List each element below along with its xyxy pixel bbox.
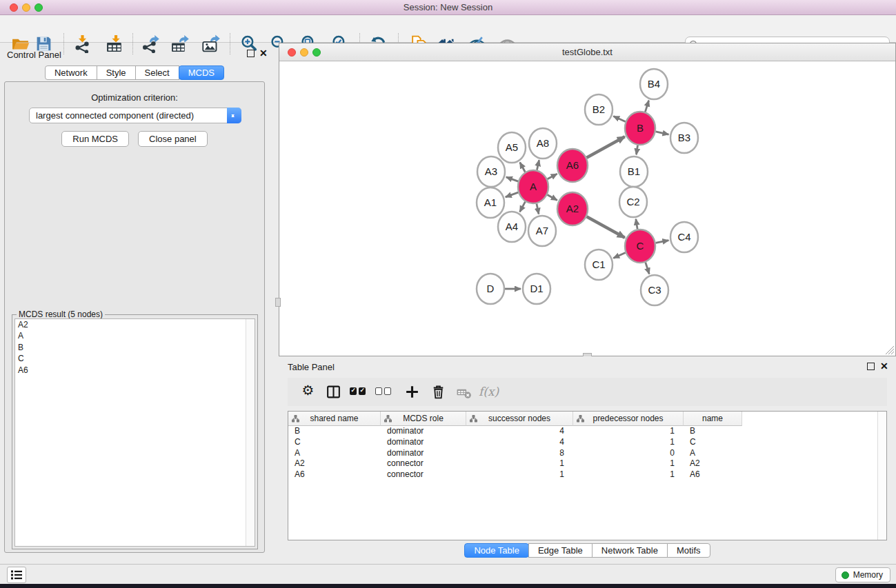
- graph-node-A1[interactable]: A1: [477, 187, 504, 218]
- splitter-handle-vertical[interactable]: [275, 298, 281, 307]
- table-float-panel-icon[interactable]: [867, 363, 875, 370]
- resize-grip-icon[interactable]: [885, 345, 895, 355]
- tab-select[interactable]: Select: [135, 65, 179, 80]
- cell[interactable]: dominator: [381, 437, 466, 448]
- mcds-result-list[interactable]: A2ABCA6: [14, 318, 255, 547]
- graph-node-C3[interactable]: C3: [641, 275, 668, 305]
- graph-node-B3[interactable]: B3: [670, 123, 698, 153]
- graph-edge-B-B1[interactable]: [637, 145, 638, 155]
- cell[interactable]: A2: [288, 458, 381, 469]
- float-panel-icon[interactable]: [247, 50, 255, 57]
- column-header-successor-nodes[interactable]: successor nodes: [466, 412, 573, 426]
- cell[interactable]: 1: [573, 437, 684, 448]
- result-item-a6[interactable]: A6: [15, 365, 255, 376]
- cell[interactable]: B: [288, 426, 381, 437]
- cell[interactable]: 1: [573, 469, 684, 480]
- graph-edge-A-A6[interactable]: [548, 174, 557, 179]
- graph-edge-A-A5[interactable]: [520, 163, 526, 172]
- cell[interactable]: 4: [466, 426, 573, 437]
- tab-network[interactable]: Network: [45, 65, 97, 80]
- cell[interactable]: 1: [573, 458, 684, 469]
- result-item-b[interactable]: B: [15, 342, 255, 353]
- graph-edge-A2-C[interactable]: [587, 216, 625, 237]
- cell[interactable]: B: [684, 426, 742, 437]
- cell[interactable]: 1: [466, 458, 573, 469]
- table-tab-network-table[interactable]: Network Table: [592, 543, 668, 558]
- graph-edge-A-A4[interactable]: [520, 202, 526, 212]
- select-all-rows-icon[interactable]: [350, 384, 366, 400]
- graph-edge-B-B4[interactable]: [645, 101, 648, 112]
- graph-node-A8[interactable]: A8: [529, 128, 557, 159]
- cell[interactable]: connector: [381, 458, 466, 469]
- graph-node-B1[interactable]: B1: [620, 156, 648, 187]
- table-tab-node-table[interactable]: Node Table: [464, 543, 529, 558]
- task-history-button[interactable]: [7, 567, 26, 583]
- table-row-c[interactable]: Cdominator41C: [288, 437, 886, 448]
- deselect-all-rows-icon[interactable]: [375, 384, 391, 400]
- graph-edge-A-A8[interactable]: [537, 160, 539, 170]
- column-header-shared-name[interactable]: shared name: [288, 412, 381, 426]
- table-mode-gear-icon[interactable]: ⚙: [300, 383, 316, 398]
- graph-node-A[interactable]: A: [518, 170, 548, 203]
- add-column-icon[interactable]: [404, 384, 420, 400]
- table-row-a6[interactable]: A6connector11A6: [288, 469, 886, 480]
- tab-mcds[interactable]: MCDS: [179, 65, 224, 80]
- cell[interactable]: A: [288, 448, 381, 459]
- graph-edge-C-C1[interactable]: [613, 253, 626, 258]
- graph-edge-A-A3[interactable]: [506, 177, 518, 181]
- graph-edge-C-C2[interactable]: [636, 219, 637, 230]
- cell[interactable]: C: [684, 437, 742, 448]
- graph-edge-C-C4[interactable]: [656, 241, 669, 243]
- cell[interactable]: 8: [466, 448, 573, 459]
- result-list-scrollbar[interactable]: [246, 319, 255, 546]
- table-tab-motifs[interactable]: Motifs: [667, 543, 710, 558]
- graph-node-A3[interactable]: A3: [477, 156, 505, 187]
- graph-edge-B-B3[interactable]: [656, 132, 669, 134]
- table-tab-edge-table[interactable]: Edge Table: [528, 543, 593, 558]
- result-item-a2[interactable]: A2: [15, 319, 255, 330]
- graph-edge-C-C3[interactable]: [646, 263, 650, 274]
- show-column-icon[interactable]: [326, 384, 341, 400]
- result-item-c[interactable]: C: [15, 353, 255, 364]
- cell[interactable]: connector: [381, 469, 466, 480]
- graph-edge-A6-B[interactable]: [587, 136, 625, 157]
- cell[interactable]: 1: [466, 469, 573, 480]
- column-header-mcds-role[interactable]: MCDS role: [381, 412, 466, 426]
- cell[interactable]: 1: [573, 426, 684, 437]
- table-scrollbar[interactable]: [877, 412, 886, 540]
- cell[interactable]: dominator: [381, 426, 466, 437]
- close-panel-icon[interactable]: ✕: [259, 50, 268, 57]
- cell[interactable]: C: [288, 437, 381, 448]
- cell[interactable]: A2: [684, 458, 742, 469]
- column-header-name[interactable]: name: [684, 412, 742, 426]
- table-row-b[interactable]: Bdominator41B: [288, 426, 886, 437]
- cell[interactable]: 4: [466, 437, 573, 448]
- memory-button[interactable]: Memory: [835, 567, 890, 582]
- graph-node-D[interactable]: D: [477, 274, 504, 304]
- run-mcds-button[interactable]: Run MCDS: [61, 131, 129, 147]
- criterion-select[interactable]: largest connected component (directed): [29, 108, 241, 123]
- graph-node-C4[interactable]: C4: [670, 222, 698, 252]
- graph-node-A4[interactable]: A4: [498, 212, 526, 242]
- close-panel-button[interactable]: Close panel: [138, 131, 208, 147]
- graph-edge-B-B2[interactable]: [613, 116, 626, 122]
- column-header-predecessor-nodes[interactable]: predecessor nodes: [573, 412, 684, 426]
- cell[interactable]: A6: [288, 469, 381, 480]
- table-row-a2[interactable]: A2connector11A2: [288, 458, 886, 469]
- table-close-panel-icon[interactable]: ✕: [880, 363, 888, 370]
- network-graph[interactable]: AA1A2A3A4A5A6A7A8BB1B2B3B4CC1C2C3C4DD1: [279, 62, 895, 356]
- delete-column-icon[interactable]: [430, 384, 446, 400]
- tab-style[interactable]: Style: [97, 65, 136, 80]
- graph-node-C2[interactable]: C2: [619, 187, 647, 217]
- result-item-a[interactable]: A: [15, 330, 255, 341]
- cell[interactable]: A6: [684, 469, 742, 480]
- cell[interactable]: dominator: [381, 448, 466, 459]
- graph-edge-A-A1[interactable]: [506, 192, 518, 197]
- graph-node-A7[interactable]: A7: [528, 216, 556, 246]
- graph-node-A6[interactable]: A6: [557, 149, 588, 182]
- graph-node-C[interactable]: C: [625, 230, 655, 263]
- network-window-titlebar[interactable]: testGlobe.txt: [279, 43, 895, 61]
- graph-node-B4[interactable]: B4: [640, 69, 668, 99]
- graph-node-B[interactable]: B: [625, 112, 655, 145]
- graph-node-A5[interactable]: A5: [498, 132, 526, 163]
